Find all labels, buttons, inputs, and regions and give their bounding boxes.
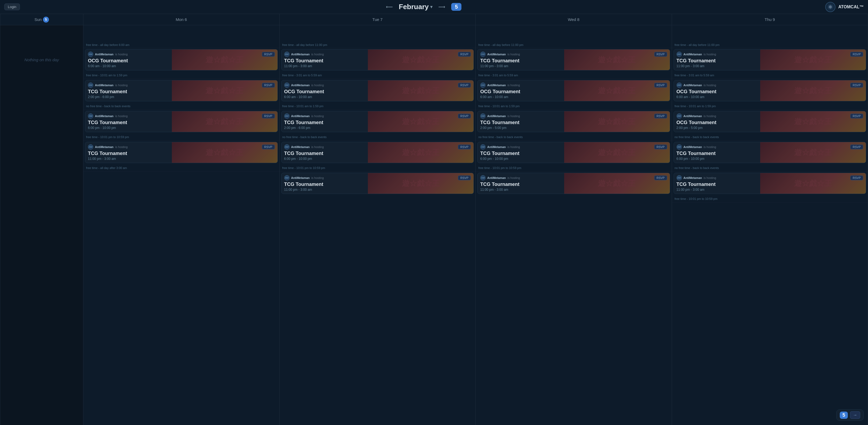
host-info-thu-2: AM AntiMetaman is hosting <box>677 83 716 88</box>
event-inner-wed-1: AM AntiMetaman is hosting RSVP TCG Tourn… <box>477 50 670 70</box>
host-name-thu-1: AntiMetaman <box>684 53 702 56</box>
free-time-thu-5: no free time - back to back events <box>672 164 868 172</box>
event-host-row-tue-3: AM AntiMetaman is hosting RSVP <box>284 113 471 119</box>
prev-month-button[interactable]: ⟵ <box>384 3 395 11</box>
event-card-thu-3[interactable]: 遊☆戯☆王 AM AntiMetaman is hosting RSVP OCG… <box>674 111 866 132</box>
event-card-tue-4[interactable]: 遊☆戯☆王 AM AntiMetaman is hosting RSVP TCG… <box>281 142 474 163</box>
host-name-thu-2: AntiMetaman <box>684 84 702 87</box>
event-time-wed-5: 11:00 pm - 3:00 am <box>480 188 667 192</box>
event-time-thu-2: 6:00 am - 10:00 am <box>677 95 863 99</box>
event-time-mon-4: 11:00 pm - 3:00 am <box>88 157 275 161</box>
rsvp-btn-mon-4[interactable]: RSVP <box>262 144 275 150</box>
month-selector[interactable]: February ▾ <box>399 3 432 11</box>
rsvp-btn-thu-1[interactable]: RSVP <box>850 52 863 57</box>
host-verb-wed-2: is hosting <box>507 84 520 87</box>
host-avatar-thu-5: AM <box>677 175 682 181</box>
rsvp-btn-tue-1[interactable]: RSVP <box>458 52 471 57</box>
login-button[interactable]: Login <box>4 3 20 10</box>
rsvp-btn-thu-4[interactable]: RSVP <box>850 144 863 150</box>
rsvp-btn-wed-4[interactable]: RSVP <box>654 144 667 150</box>
host-verb-mon-1: is hosting <box>115 53 127 56</box>
host-info-wed-4: AM AntiMetaman is hosting <box>480 144 520 150</box>
event-card-thu-5[interactable]: 遊☆戯☆王 AM AntiMetaman is hosting RSVP TCG… <box>674 173 866 194</box>
host-avatar-wed-1: AM <box>480 52 486 57</box>
host-avatar-mon-3: AM <box>88 113 93 119</box>
rsvp-btn-mon-3[interactable]: RSVP <box>262 113 275 119</box>
event-title-wed-5: TCG Tournament <box>480 182 667 187</box>
host-verb-wed-4: is hosting <box>507 145 520 149</box>
host-avatar-tue-5: AM <box>284 175 289 181</box>
host-info-thu-3: AM AntiMetaman is hosting <box>677 113 716 119</box>
event-card-thu-2[interactable]: 遊☆戯☆王 AM AntiMetaman is hosting RSVP OCG… <box>674 80 866 101</box>
event-inner-wed-4: AM AntiMetaman is hosting RSVP TCG Tourn… <box>477 142 670 163</box>
event-host-row-mon-4: AM AntiMetaman is hosting RSVP <box>88 144 275 150</box>
rsvp-btn-thu-5[interactable]: RSVP <box>850 175 863 180</box>
event-card-mon-4[interactable]: 遊☆戯☆王 AM AntiMetaman is hosting RSVP TCG… <box>85 142 278 163</box>
event-card-thu-4[interactable]: 遊☆戯☆王 AM AntiMetaman is hosting RSVP TCG… <box>674 142 866 163</box>
event-card-mon-1[interactable]: 遊☆戯☆王 AM AntiMetaman is hosting RSVP OCG… <box>85 49 278 70</box>
event-time-thu-4: 6:00 pm - 10:00 pm <box>677 157 863 161</box>
brand-logo-icon: ⚛ <box>825 2 835 12</box>
today-badge[interactable]: 5 <box>451 3 461 11</box>
rsvp-btn-tue-4[interactable]: RSVP <box>458 144 471 150</box>
day-header-tuesday: Tue 7 <box>280 14 476 25</box>
event-card-wed-4[interactable]: 遊☆戯☆王 AM AntiMetaman is hosting RSVP TCG… <box>477 142 670 163</box>
host-name-thu-4: AntiMetaman <box>684 145 702 149</box>
host-verb-tue-2: is hosting <box>311 84 324 87</box>
rsvp-btn-tue-3[interactable]: RSVP <box>458 113 471 119</box>
host-verb-thu-1: is hosting <box>704 53 716 56</box>
event-card-wed-2[interactable]: 遊☆戯☆王 AM AntiMetaman is hosting RSVP OCG… <box>477 80 670 101</box>
event-card-mon-2[interactable]: 遊☆戯☆王 AM AntiMetaman is hosting RSVP TCG… <box>85 80 278 101</box>
event-host-row-mon-1: AM AntiMetaman is hosting RSVP <box>88 52 275 57</box>
bottom-next-button[interactable]: → <box>850 411 860 419</box>
rsvp-btn-thu-2[interactable]: RSVP <box>850 83 863 88</box>
host-info-wed-3: AM AntiMetaman is hosting <box>480 113 520 119</box>
rsvp-btn-wed-2[interactable]: RSVP <box>654 83 667 88</box>
rsvp-btn-tue-2[interactable]: RSVP <box>458 83 471 88</box>
host-info-tue-2: AM AntiMetaman is hosting <box>284 83 324 88</box>
event-title-thu-1: TCG Tournament <box>677 58 863 64</box>
event-host-row-thu-5: AM AntiMetaman is hosting RSVP <box>677 175 863 181</box>
free-time-wed-1: free time - all day before 11:00 pm <box>476 25 672 48</box>
bottom-today-badge[interactable]: 5 <box>840 412 848 419</box>
host-name-mon-1: AntiMetaman <box>95 53 114 56</box>
event-inner-wed-5: AM AntiMetaman is hosting RSVP TCG Tourn… <box>477 173 670 194</box>
wednesday-column: free time - all day before 11:00 pm 遊☆戯☆… <box>476 25 672 425</box>
event-title-mon-3: TCG Tournament <box>88 120 275 126</box>
event-card-tue-5[interactable]: 遊☆戯☆王 AM AntiMetaman is hosting RSVP TCG… <box>281 173 474 194</box>
event-inner-thu-2: AM AntiMetaman is hosting RSVP OCG Tourn… <box>674 80 866 101</box>
rsvp-btn-thu-3[interactable]: RSVP <box>850 113 863 119</box>
chevron-down-icon: ▾ <box>430 4 432 9</box>
rsvp-btn-tue-5[interactable]: RSVP <box>458 175 471 180</box>
day-header-wednesday: Wed 8 <box>476 14 672 25</box>
event-inner-thu-1: AM AntiMetaman is hosting RSVP TCG Tourn… <box>674 50 866 70</box>
event-host-row-wed-2: AM AntiMetaman is hosting RSVP <box>480 83 667 88</box>
host-name-mon-4: AntiMetaman <box>95 145 114 149</box>
host-verb-wed-1: is hosting <box>507 53 520 56</box>
rsvp-btn-wed-1[interactable]: RSVP <box>654 52 667 57</box>
rsvp-btn-mon-1[interactable]: RSVP <box>262 52 275 57</box>
rsvp-btn-wed-5[interactable]: RSVP <box>654 175 667 180</box>
event-card-thu-1[interactable]: 遊☆戯☆王 AM AntiMetaman is hosting RSVP TCG… <box>674 49 866 70</box>
host-name-tue-2: AntiMetaman <box>291 84 310 87</box>
event-card-tue-3[interactable]: 遊☆戯☆王 AM AntiMetaman is hosting RSVP TCG… <box>281 111 474 132</box>
host-name-wed-2: AntiMetaman <box>487 84 506 87</box>
event-time-wed-3: 2:00 pm - 5:00 pm <box>480 126 667 130</box>
host-info-tue-3: AM AntiMetaman is hosting <box>284 113 324 119</box>
event-card-mon-3[interactable]: 遊☆戯☆王 AM AntiMetaman is hosting RSVP TCG… <box>85 111 278 132</box>
event-inner-thu-5: AM AntiMetaman is hosting RSVP TCG Tourn… <box>674 173 866 194</box>
event-time-wed-4: 6:00 pm - 10:00 pm <box>480 157 667 161</box>
rsvp-btn-wed-3[interactable]: RSVP <box>654 113 667 119</box>
host-info-mon-2: AM AntiMetaman is hosting <box>88 83 128 88</box>
event-card-wed-1[interactable]: 遊☆戯☆王 AM AntiMetaman is hosting RSVP TCG… <box>477 49 670 70</box>
host-name-tue-3: AntiMetaman <box>291 115 310 118</box>
event-card-wed-5[interactable]: 遊☆戯☆王 AM AntiMetaman is hosting RSVP TCG… <box>477 173 670 194</box>
event-card-tue-1[interactable]: 遊☆戯☆王 AM AntiMetaman is hosting RSVP TCG… <box>281 49 474 70</box>
rsvp-btn-mon-2[interactable]: RSVP <box>262 83 275 88</box>
event-card-tue-2[interactable]: 遊☆戯☆王 AM AntiMetaman is hosting RSVP OCG… <box>281 80 474 101</box>
next-month-button[interactable]: ⟶ <box>436 3 447 11</box>
host-verb-thu-5: is hosting <box>704 176 716 179</box>
host-verb-wed-3: is hosting <box>507 115 520 118</box>
event-card-wed-3[interactable]: 遊☆戯☆王 AM AntiMetaman is hosting RSVP TCG… <box>477 111 670 132</box>
host-name-thu-5: AntiMetaman <box>684 176 702 179</box>
